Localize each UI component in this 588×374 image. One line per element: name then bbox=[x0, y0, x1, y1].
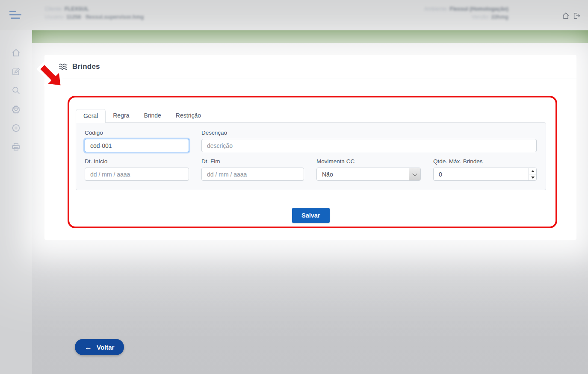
tab-bar: Geral Regra Brinde Restrição bbox=[76, 109, 546, 122]
home-icon[interactable] bbox=[12, 48, 21, 57]
print-icon[interactable] bbox=[12, 142, 21, 151]
top-header: Cliente: FLEXSUL Usuário: 11258 - flexsu… bbox=[0, 0, 588, 30]
edit-icon[interactable] bbox=[12, 67, 21, 76]
dt-inicio-input[interactable] bbox=[85, 168, 189, 181]
qtde-max-input[interactable] bbox=[433, 168, 537, 181]
tab-regra[interactable]: Regra bbox=[106, 109, 136, 122]
menu-icon[interactable] bbox=[9, 11, 22, 20]
search-icon[interactable] bbox=[12, 86, 21, 95]
dt-inicio-label: Dt. Início bbox=[85, 158, 189, 165]
spinner-up-button[interactable] bbox=[529, 168, 536, 174]
client-line: Cliente: FLEXSUL bbox=[45, 5, 144, 13]
add-icon[interactable] bbox=[12, 124, 21, 133]
triangle-up-icon bbox=[531, 170, 535, 172]
environment-line: Ambiente: Flexsul (Homologação) bbox=[424, 5, 508, 13]
field-descricao: Descrição bbox=[201, 130, 537, 152]
card-header: Brindes bbox=[44, 55, 576, 79]
dt-fim-input[interactable] bbox=[201, 168, 304, 181]
waves-icon bbox=[59, 62, 68, 71]
field-dt-fim: Dt. Fim bbox=[201, 158, 304, 181]
number-spinner bbox=[529, 168, 536, 180]
arrow-left-icon: ← bbox=[85, 344, 92, 351]
back-button-label: Voltar bbox=[97, 344, 114, 351]
user-line: Usuário: 11258 - flexsul.supervisor.hmg bbox=[45, 13, 144, 21]
form-panel: Código Descrição Dt. Início Dt. Fim Movi… bbox=[76, 122, 546, 190]
qtde-max-label: Qtde. Máx. Brindes bbox=[433, 158, 537, 165]
tab-restricao[interactable]: Restrição bbox=[168, 109, 208, 122]
descricao-input[interactable] bbox=[201, 139, 537, 152]
version-line: Versão: 22hmg bbox=[424, 13, 508, 21]
settings-icon[interactable] bbox=[12, 105, 21, 114]
dt-fim-label: Dt. Fim bbox=[201, 158, 304, 165]
client-user-info: Cliente: FLEXSUL Usuário: 11258 - flexsu… bbox=[45, 5, 144, 21]
field-qtde-max: Qtde. Máx. Brindes bbox=[433, 158, 537, 181]
green-accent-bar bbox=[32, 30, 588, 43]
home-icon[interactable] bbox=[562, 12, 570, 20]
field-codigo: Código bbox=[85, 130, 189, 152]
codigo-input[interactable] bbox=[85, 139, 189, 152]
codigo-label: Código bbox=[85, 130, 189, 136]
tab-geral[interactable]: Geral bbox=[76, 109, 106, 123]
tab-brinde[interactable]: Brinde bbox=[136, 109, 168, 122]
movimenta-cc-label: Movimenta CC bbox=[316, 158, 421, 165]
select-dropdown-button[interactable] bbox=[409, 168, 420, 180]
app-screen: Cliente: FLEXSUL Usuário: 11258 - flexsu… bbox=[0, 0, 588, 374]
field-dt-inicio: Dt. Início bbox=[85, 158, 189, 181]
logout-icon[interactable] bbox=[573, 12, 580, 20]
triangle-down-icon bbox=[531, 177, 535, 179]
chevron-down-icon bbox=[412, 171, 417, 176]
descricao-label: Descrição bbox=[201, 130, 537, 136]
field-movimenta-cc: Movimenta CC Não bbox=[316, 158, 421, 181]
save-button[interactable]: Salvar bbox=[292, 208, 330, 223]
environment-info: Ambiente: Flexsul (Homologação) Versão: … bbox=[424, 5, 508, 21]
page-title: Brindes bbox=[72, 62, 100, 71]
sidebar-nav bbox=[0, 30, 32, 374]
movimenta-cc-select[interactable]: Não bbox=[316, 168, 421, 181]
movimenta-cc-value: Não bbox=[317, 171, 333, 178]
back-button[interactable]: ← Voltar bbox=[75, 339, 124, 355]
spinner-down-button[interactable] bbox=[529, 174, 536, 180]
